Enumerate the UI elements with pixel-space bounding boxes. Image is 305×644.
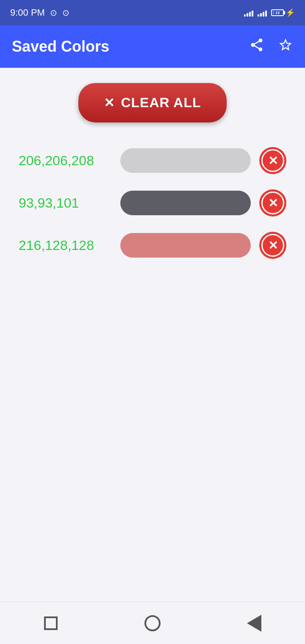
signal-bars-2 [258,9,267,17]
circle-icon-1: ⊙ [50,8,57,18]
color-label: 93,93,101 [19,195,112,211]
app-title: Saved Colors [12,38,249,56]
clear-all-x-icon: ✕ [104,95,115,110]
charging-icon: ⚡ [286,8,295,17]
color-row: 93,93,101 ✕ [10,182,295,224]
status-time: 9:00 PM ⊙ ⊙ [10,7,69,18]
delete-color-button[interactable]: ✕ [259,147,286,174]
color-swatch [120,233,251,258]
bottom-nav [0,602,305,644]
battery-icon: 13 [271,9,284,16]
color-row: 216,128,128 ✕ [10,224,295,266]
clear-all-button[interactable]: ✕ CLEAR ALL [78,83,226,122]
color-label: 206,206,208 [19,153,112,169]
color-list: 206,206,208 ✕ 93,93,101 ✕ 216,128,128 ✕ [0,139,305,266]
delete-x-icon: ✕ [261,192,284,214]
delete-x-icon: ✕ [261,149,284,172]
home-icon [144,615,161,631]
signal-bars-1 [244,9,253,17]
color-row: 206,206,208 ✕ [10,139,295,182]
back-button[interactable] [241,611,267,636]
favorite-star-icon[interactable] [278,37,293,56]
delete-color-button[interactable]: ✕ [259,232,286,259]
main-content: ✕ CLEAR ALL 206,206,208 ✕ 93,93,101 ✕ 21… [0,68,305,602]
battery-fill [273,11,274,14]
delete-x-icon: ✕ [261,234,284,257]
color-swatch [120,191,251,215]
clear-all-label: CLEAR ALL [121,95,201,111]
delete-color-button[interactable]: ✕ [259,189,286,217]
time-display: 9:00 PM [10,7,45,18]
status-bar: 9:00 PM ⊙ ⊙ 13 ⚡ [0,0,305,25]
recents-button[interactable] [38,611,64,636]
battery-container: 13 ⚡ [271,8,295,17]
back-icon [247,615,261,632]
color-label: 216,128,128 [19,238,112,253]
home-button[interactable] [140,611,165,636]
app-bar: Saved Colors [0,25,305,68]
circle-icon-2: ⊙ [62,8,69,18]
recents-icon [44,616,58,630]
status-icons: 13 ⚡ [244,8,295,17]
share-icon[interactable] [249,37,264,56]
color-swatch [120,148,251,173]
app-bar-actions [249,37,293,56]
battery-level: 13 [275,11,280,15]
